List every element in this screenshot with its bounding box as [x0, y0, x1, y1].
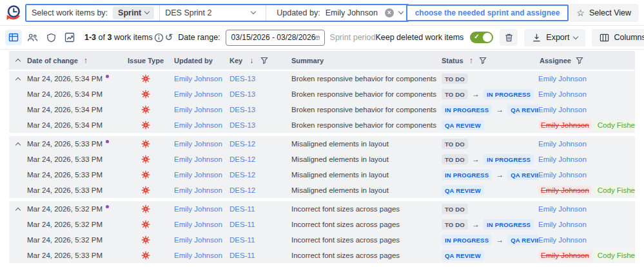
filter-funnel-icon[interactable]: [260, 57, 268, 64]
table-header-row: Date of change ↑ Issue Type Updated by K…: [9, 51, 635, 70]
row-date: Mar 24, 2026, 5:34 PM: [27, 106, 130, 114]
chart-view-button[interactable]: [61, 30, 78, 45]
header-key[interactable]: Key ↓: [226, 56, 290, 65]
clear-filter-icon[interactable]: ×: [385, 8, 394, 17]
row-status: TO DO: [442, 74, 538, 84]
updated-by-link[interactable]: Emily Johnson: [174, 171, 222, 179]
key-link[interactable]: DES-13: [229, 106, 255, 114]
row-assignee: Emily Johnson: [538, 171, 635, 179]
table-row[interactable]: Mar 24, 2026, 5:32 PM Emily Johnson: [9, 217, 635, 232]
updated-by-link[interactable]: Emily Johnson: [174, 205, 222, 213]
header-issue-type[interactable]: Issue Type: [130, 57, 161, 64]
date-range-input[interactable]: 03/15/2026 - 03/28/2026: [226, 30, 325, 46]
table-row[interactable]: Mar 24, 2026, 5:34 PM Emily Johnson: [9, 117, 635, 133]
row-status: TO DO→IN PROGRESS: [442, 89, 538, 99]
assignee-link[interactable]: Emily Johnson: [538, 236, 587, 244]
table-row[interactable]: Mar 24, 2026, 5:33 PM Emily Johnson: [9, 152, 635, 167]
table-body: Mar 24, 2026, 5:34 PM Emily Johnson: [9, 71, 635, 263]
reset-button[interactable]: ↺: [165, 30, 173, 45]
shield-view-button[interactable]: [43, 30, 59, 45]
filter-funnel-icon[interactable]: [479, 57, 487, 64]
table-row[interactable]: Mar 24, 2026, 5:33 PM Emily Johnson: [9, 248, 635, 263]
key-link[interactable]: DES-12: [229, 155, 255, 163]
header-assignee[interactable]: Assignee: [538, 57, 635, 64]
updated-by-link[interactable]: Emily Johnson: [174, 106, 222, 114]
collapse-group-icon[interactable]: [15, 77, 21, 81]
info-button[interactable]: [154, 30, 164, 45]
table-row[interactable]: Mar 24, 2026, 5:34 PM Emily Johnson: [9, 86, 635, 102]
updated-by-link[interactable]: Emily Johnson: [174, 90, 222, 98]
header-date-of-change[interactable]: Date of change ↑: [27, 56, 130, 65]
updated-by-link[interactable]: Emily Johnson: [174, 186, 222, 194]
key-link[interactable]: DES-12: [229, 171, 255, 179]
updated-by-link[interactable]: Emily Johnson: [174, 75, 222, 83]
assignee-link[interactable]: Emily Johnson: [538, 171, 587, 179]
updated-by-link[interactable]: Emily Johnson: [174, 236, 222, 244]
updated-by-link[interactable]: Emily Johnson: [174, 155, 222, 163]
row-summary: Broken responsive behavior for component…: [290, 90, 442, 98]
table-row[interactable]: Mar 24, 2026, 5:33 PM Emily Johnson: [9, 136, 635, 152]
people-view-button[interactable]: [24, 30, 41, 45]
key-link[interactable]: DES-11: [229, 205, 255, 213]
header-summary[interactable]: Summary: [290, 57, 442, 64]
bug-icon: [141, 74, 150, 83]
collapse-group-icon[interactable]: [15, 142, 21, 146]
key-link[interactable]: DES-11: [229, 252, 255, 259]
filter-mode-dropdown[interactable]: Sprint: [113, 6, 154, 19]
info-icon: [154, 33, 164, 43]
table-row[interactable]: Mar 24, 2026, 5:34 PM Emily Johnson: [9, 71, 635, 86]
header-status[interactable]: Status ↑: [442, 56, 538, 65]
key-link[interactable]: DES-11: [229, 221, 255, 228]
collapse-group-icon[interactable]: [15, 207, 21, 212]
table-view-button[interactable]: [5, 30, 22, 45]
assignee-link[interactable]: Emily Johnson: [538, 90, 587, 98]
trash-icon: [504, 33, 514, 43]
select-view-button[interactable]: ☆ Select View: [569, 4, 639, 22]
table-row[interactable]: Mar 24, 2026, 5:33 PM Emily Johnson: [9, 183, 635, 198]
table-row[interactable]: Mar 24, 2026, 5:32 PM Emily Johnson: [9, 201, 635, 217]
sort-descending-icon[interactable]: ↓: [249, 56, 253, 65]
table-row[interactable]: Mar 24, 2026, 5:32 PM Emily Johnson: [9, 232, 635, 248]
table-row[interactable]: Mar 24, 2026, 5:34 PM Emily Johnson: [9, 102, 635, 117]
columns-button[interactable]: Columns: [592, 29, 644, 46]
history-group: Mar 24, 2026, 5:33 PM Emily Johnson: [9, 136, 635, 198]
row-date: Mar 24, 2026, 5:32 PM: [27, 221, 130, 228]
status-badge: TO DO: [442, 204, 468, 214]
sort-ascending-icon[interactable]: ↑: [469, 56, 473, 65]
key-link[interactable]: DES-12: [229, 186, 255, 194]
key-link[interactable]: DES-11: [229, 236, 255, 244]
sort-ascending-icon[interactable]: ↑: [84, 56, 88, 65]
assignee-link[interactable]: Emily Johnson: [538, 75, 587, 83]
assignee-link[interactable]: Emily Johnson: [538, 205, 587, 213]
updated-by-link[interactable]: Emily Johnson: [174, 252, 222, 259]
export-button[interactable]: Export: [524, 29, 585, 46]
table-row[interactable]: Mar 24, 2026, 5:33 PM Emily Johnson: [9, 167, 635, 183]
history-table: Date of change ↑ Issue Type Updated by K…: [9, 51, 635, 263]
row-status: TO DO: [442, 139, 538, 149]
key-link[interactable]: DES-12: [229, 140, 255, 148]
header-updated-by[interactable]: Updated by: [161, 57, 226, 64]
assignee-link[interactable]: Emily Johnson: [538, 155, 587, 163]
row-date: Mar 24, 2026, 5:32 PM: [27, 236, 130, 244]
updated-by-link[interactable]: Emily Johnson: [174, 121, 222, 129]
keep-deleted-toggle[interactable]: ✓: [470, 32, 493, 43]
key-link[interactable]: DES-13: [229, 121, 255, 129]
status-badge: IN PROGRESS: [483, 219, 534, 230]
key-link[interactable]: DES-13: [229, 75, 255, 83]
delete-button[interactable]: [500, 29, 518, 46]
assignee-link[interactable]: Emily Johnson: [538, 140, 587, 148]
row-status: QA REVIEW: [442, 185, 538, 195]
status-transition-arrow-icon: →: [496, 105, 503, 114]
collapse-all-control[interactable]: [9, 57, 27, 63]
updated-by-link[interactable]: Emily Johnson: [174, 221, 222, 228]
status-badge: QA REVIEW: [507, 104, 538, 115]
filter-funnel-icon[interactable]: [576, 57, 583, 64]
filter-mode-value: Sprint: [118, 8, 141, 17]
key-link[interactable]: DES-13: [229, 90, 255, 98]
status-badge: TO DO: [442, 154, 468, 164]
sprint-select[interactable]: DES Sprint 2: [165, 8, 260, 17]
assignee-link[interactable]: Emily Johnson: [538, 221, 587, 228]
updated-by-select[interactable]: Emily Johnson ×: [326, 8, 408, 17]
updated-by-link[interactable]: Emily Johnson: [174, 140, 222, 148]
assignee-link[interactable]: Emily Johnson: [538, 106, 587, 114]
